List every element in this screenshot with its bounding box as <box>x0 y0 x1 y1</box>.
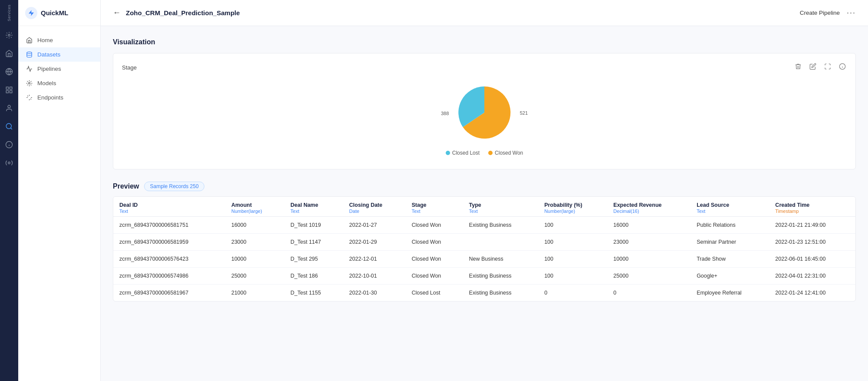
svg-point-9 <box>8 162 10 164</box>
cell-1-7: 23000 <box>607 234 690 251</box>
col-header-lead-source: Lead Source Text <box>690 197 769 217</box>
sidebar-item-datasets[interactable]: Datasets <box>18 47 100 62</box>
sidebar-item-home[interactable]: Home <box>18 33 100 47</box>
cell-0-4: Closed Won <box>405 217 463 234</box>
svg-point-11 <box>28 83 30 84</box>
rail-icon-4[interactable] <box>0 81 18 99</box>
rail-icon-1[interactable] <box>0 26 18 44</box>
main-content: ← Zoho_CRM_Deal_Prediction_Sample Create… <box>101 0 868 381</box>
sidebar-item-label-pipelines: Pipelines <box>37 66 61 72</box>
col-header-probability: Probability (%) Number(large) <box>538 197 607 217</box>
cell-2-1: 10000 <box>225 251 284 268</box>
badge-label: Sample Records <box>150 183 188 189</box>
visualization-card: Stage <box>113 53 856 169</box>
more-options-button[interactable]: ··· <box>847 8 856 17</box>
cell-2-0: zcrm_689437000006576423 <box>113 251 225 268</box>
rail-icon-6[interactable] <box>0 117 18 136</box>
sidebar: QuickML Home Datasets Pipelines Models <box>18 0 101 381</box>
col-name-expected-revenue: Expected Revenue <box>613 202 661 208</box>
pie-chart <box>454 82 515 143</box>
table-row: zcrm_68943700000657642310000D_Test 29520… <box>113 251 855 268</box>
rail-icon-2[interactable] <box>0 44 18 63</box>
create-pipeline-button[interactable]: Create Pipeline <box>800 10 840 16</box>
legend-item-closed-won: Closed Won <box>488 150 523 156</box>
chart-container: 388 521 <box>122 78 847 160</box>
table-row: zcrm_68943700000657498625000D_Test 18620… <box>113 268 855 285</box>
cell-0-5: Existing Business <box>463 217 539 234</box>
col-name-type: Type <box>469 202 481 208</box>
home-icon <box>25 37 33 43</box>
badge-count: 250 <box>190 183 199 189</box>
viz-chart-label: Stage <box>122 64 137 71</box>
viz-actions <box>794 62 847 73</box>
col-type-created-time: Timestamp <box>775 209 849 214</box>
cell-3-0: zcrm_689437000006574986 <box>113 268 225 285</box>
cell-0-9: 2022-01-21 21:49:00 <box>769 217 855 234</box>
svg-rect-5 <box>10 91 12 93</box>
cell-1-6: 100 <box>538 234 607 251</box>
cell-4-8: Employee Referral <box>690 285 769 301</box>
pie-chart-wrapper: 388 521 <box>454 82 515 145</box>
cell-0-8: Public Relations <box>690 217 769 234</box>
table-row: zcrm_68943700000658196721000D_Test 11552… <box>113 285 855 301</box>
icon-rail: Services <box>0 0 18 381</box>
expand-chart-button[interactable] <box>823 62 832 73</box>
sidebar-nav: Home Datasets Pipelines Models Endpoints <box>18 26 100 381</box>
sidebar-item-models[interactable]: Models <box>18 76 100 90</box>
col-type-lead-source: Text <box>697 209 763 214</box>
col-type-type: Text <box>469 209 533 214</box>
cell-4-0: zcrm_689437000006581967 <box>113 285 225 301</box>
cell-2-8: Trade Show <box>690 251 769 268</box>
col-name-created-time: Created Time <box>775 202 809 208</box>
cell-3-9: 2022-04-01 22:31:00 <box>769 268 855 285</box>
svg-rect-4 <box>6 91 8 93</box>
chart-legend: Closed Lost Closed Won <box>446 150 523 156</box>
header: ← Zoho_CRM_Deal_Prediction_Sample Create… <box>101 0 868 26</box>
cell-4-1: 21000 <box>225 285 284 301</box>
col-name-stage: Stage <box>411 202 426 208</box>
cell-2-6: 100 <box>538 251 607 268</box>
cell-2-2: D_Test 295 <box>284 251 343 268</box>
delete-chart-button[interactable] <box>794 62 802 73</box>
sidebar-item-pipelines[interactable]: Pipelines <box>18 62 100 76</box>
col-header-created-time: Created Time Timestamp <box>769 197 855 217</box>
col-header-closing-date: Closing Date Date <box>343 197 406 217</box>
legend-label-closed-won: Closed Won <box>495 150 523 156</box>
edit-chart-button[interactable] <box>809 62 817 73</box>
rail-icon-8[interactable] <box>0 154 18 172</box>
back-button[interactable]: ← <box>113 8 121 17</box>
rail-icon-3[interactable] <box>0 63 18 81</box>
sidebar-item-endpoints[interactable]: Endpoints <box>18 90 100 105</box>
cell-0-7: 16000 <box>607 217 690 234</box>
rail-icon-5[interactable] <box>0 99 18 117</box>
col-name-amount: Amount <box>231 202 252 208</box>
preview-section: Preview Sample Records 250 Deal ID Text <box>113 182 856 301</box>
col-header-deal-id: Deal ID Text <box>113 197 225 217</box>
sidebar-item-label-models: Models <box>37 80 56 86</box>
cell-2-4: Closed Won <box>405 251 463 268</box>
cell-2-5: New Business <box>463 251 539 268</box>
preview-header: Preview Sample Records 250 <box>113 182 856 191</box>
col-name-lead-source: Lead Source <box>697 202 729 208</box>
svg-point-7 <box>6 123 11 129</box>
cell-3-5: Existing Business <box>463 268 539 285</box>
visualization-section: Visualization Stage <box>113 38 856 169</box>
logo-text: QuickML <box>41 9 68 17</box>
col-type-deal-id: Text <box>119 209 219 214</box>
info-chart-button[interactable] <box>838 62 847 73</box>
cell-1-0: zcrm_689437000006581959 <box>113 234 225 251</box>
cell-4-4: Closed Lost <box>405 285 463 301</box>
col-name-deal-id: Deal ID <box>119 202 138 208</box>
cell-2-7: 10000 <box>607 251 690 268</box>
table-header: Deal ID Text Amount Number(large) Deal N… <box>113 197 855 217</box>
page-title: Zoho_CRM_Deal_Prediction_Sample <box>126 9 240 17</box>
rail-icon-7[interactable] <box>0 136 18 154</box>
sample-records-badge: Sample Records 250 <box>144 182 204 191</box>
svg-point-0 <box>8 34 10 36</box>
cell-1-9: 2022-01-23 12:51:00 <box>769 234 855 251</box>
col-header-type: Type Text <box>463 197 539 217</box>
legend-dot-closed-lost <box>446 151 450 155</box>
col-header-expected-revenue: Expected Revenue Decimal(16) <box>607 197 690 217</box>
cell-4-3: 2022-01-30 <box>343 285 406 301</box>
content-area: Visualization Stage <box>101 26 868 314</box>
